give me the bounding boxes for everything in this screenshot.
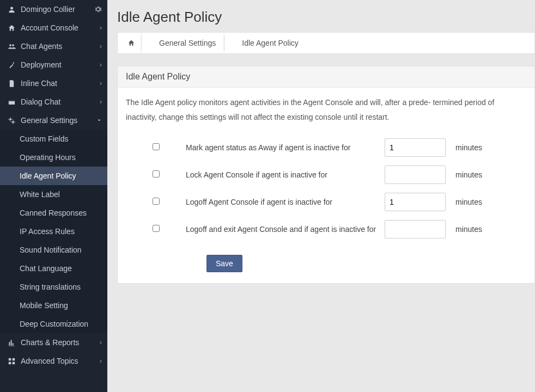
sidebar-item-label: Charts & Reports bbox=[21, 338, 79, 347]
sidebar-item-dialog-chat[interactable]: Dialog Chat › bbox=[0, 93, 107, 111]
label-lock: Lock Agent Console if agent is inactive … bbox=[186, 168, 385, 182]
sidebar-sub-general: Custom Fields Operating Hours Idle Agent… bbox=[0, 130, 107, 333]
sidebar-item-chat-agents[interactable]: Chat Agents › bbox=[0, 37, 107, 56]
svg-point-6 bbox=[12, 121, 14, 123]
sidebar-item-label: General Settings bbox=[21, 116, 77, 125]
row-away: Mark agent status as Away if agent is in… bbox=[126, 134, 526, 161]
gear-icon[interactable] bbox=[94, 5, 102, 13]
svg-rect-7 bbox=[8, 358, 10, 360]
chevron-right-icon: › bbox=[100, 79, 102, 87]
sidebar: Domingo Collier Account Console › Chat A… bbox=[0, 0, 107, 392]
row-logoff-exit: Logoff and exit Agent Console and if age… bbox=[126, 216, 526, 243]
sidebar-item-deployment[interactable]: Deployment › bbox=[0, 56, 107, 74]
sub-ip-access-rules[interactable]: IP Access Rules bbox=[0, 222, 107, 241]
label-away: Mark agent status as Away if agent is in… bbox=[186, 140, 385, 155]
checkbox-logoff[interactable] bbox=[153, 198, 160, 205]
svg-point-0 bbox=[10, 7, 13, 9]
unit-lock: minutes bbox=[449, 168, 482, 182]
sidebar-item-label: Dialog Chat bbox=[21, 97, 60, 106]
row-logoff: Logoff Agent Console if agent is inactiv… bbox=[126, 188, 526, 216]
sub-deep-customization[interactable]: Deep Customization bbox=[0, 315, 107, 333]
sub-chat-language[interactable]: Chat Language bbox=[0, 259, 107, 278]
main-content: Idle Agent Policy General Settings Idle … bbox=[107, 0, 535, 392]
checkbox-lock[interactable] bbox=[153, 170, 160, 177]
chart-icon bbox=[7, 339, 16, 347]
sidebar-item-label: Inline Chat bbox=[21, 79, 57, 88]
sub-mobile-setting[interactable]: Mobile Setting bbox=[0, 296, 107, 315]
label-logoff: Logoff Agent Console if agent is inactiv… bbox=[186, 195, 385, 210]
sidebar-item-inline-chat[interactable]: Inline Chat › bbox=[0, 74, 107, 93]
sidebar-item-charts-reports[interactable]: Charts & Reports › bbox=[0, 333, 107, 352]
panel-description: The Idle Agent policy monitors agent act… bbox=[126, 95, 526, 124]
sub-operating-hours[interactable]: Operating Hours bbox=[0, 148, 107, 167]
grid-icon bbox=[7, 357, 16, 365]
sidebar-item-advanced-topics[interactable]: Advanced Topics › bbox=[0, 352, 107, 370]
sidebar-item-label: Advanced Topics bbox=[21, 357, 78, 365]
chevron-down-icon bbox=[96, 118, 102, 123]
checkbox-logoff-exit[interactable] bbox=[153, 225, 160, 232]
sidebar-item-account-console[interactable]: Account Console › bbox=[0, 19, 107, 37]
sidebar-item-general-settings[interactable]: General Settings bbox=[0, 111, 107, 130]
chevron-right-icon: › bbox=[100, 339, 102, 346]
svg-rect-8 bbox=[12, 358, 14, 360]
unit-away: minutes bbox=[449, 140, 482, 155]
svg-point-2 bbox=[12, 44, 14, 46]
chevron-right-icon: › bbox=[100, 24, 102, 32]
sub-idle-agent-policy[interactable]: Idle Agent Policy bbox=[0, 167, 107, 185]
save-button[interactable]: Save bbox=[206, 255, 242, 272]
sidebar-item-label: Deployment bbox=[21, 60, 62, 69]
chevron-right-icon: › bbox=[100, 42, 102, 50]
input-logoff-minutes[interactable] bbox=[385, 193, 446, 211]
label-logoff-exit: Logoff and exit Agent Console and if age… bbox=[186, 222, 385, 237]
users-icon bbox=[7, 42, 16, 51]
home-icon bbox=[7, 24, 16, 32]
wand-icon bbox=[7, 61, 16, 69]
checkbox-away[interactable] bbox=[153, 143, 160, 150]
panel-idle-agent-policy: Idle Agent Policy The Idle Agent policy … bbox=[117, 66, 535, 284]
breadcrumb-home[interactable] bbox=[122, 39, 141, 47]
unit-logoff: minutes bbox=[449, 195, 482, 210]
sidebar-item-label: Account Console bbox=[21, 23, 78, 32]
sub-string-translations[interactable]: String translations bbox=[0, 278, 107, 296]
sidebar-user-name: Domingo Collier bbox=[21, 5, 75, 14]
sub-sound-notification[interactable]: Sound Notification bbox=[0, 241, 107, 259]
row-lock: Lock Agent Console if agent is inactive … bbox=[126, 161, 526, 188]
svg-rect-4 bbox=[8, 100, 14, 101]
unit-logoff-exit: minutes bbox=[449, 222, 482, 237]
file-icon bbox=[7, 79, 16, 88]
sidebar-item-label: Chat Agents bbox=[21, 42, 62, 51]
sub-canned-responses[interactable]: Canned Responses bbox=[0, 204, 107, 222]
breadcrumb-general-settings[interactable]: General Settings bbox=[151, 39, 223, 47]
svg-rect-9 bbox=[8, 362, 10, 364]
home-icon bbox=[127, 39, 135, 47]
breadcrumb: General Settings Idle Agent Policy bbox=[117, 32, 535, 54]
chevron-right-icon: › bbox=[100, 61, 102, 69]
chevron-right-icon: › bbox=[100, 98, 102, 106]
input-lock-minutes[interactable] bbox=[385, 166, 446, 184]
window-icon bbox=[7, 98, 16, 106]
panel-title: Idle Agent Policy bbox=[118, 66, 534, 88]
sub-white-label[interactable]: White Label bbox=[0, 185, 107, 204]
svg-point-5 bbox=[9, 118, 11, 120]
input-away-minutes[interactable] bbox=[385, 138, 446, 157]
svg-point-1 bbox=[9, 44, 11, 46]
policy-form: Mark agent status as Away if agent is in… bbox=[126, 134, 526, 243]
input-logoff-exit-minutes[interactable] bbox=[385, 220, 446, 238]
breadcrumb-idle-agent-policy: Idle Agent Policy bbox=[234, 39, 306, 47]
chevron-right-icon: › bbox=[100, 357, 102, 365]
user-icon bbox=[7, 5, 16, 14]
svg-rect-10 bbox=[12, 362, 14, 364]
sub-custom-fields[interactable]: Custom Fields bbox=[0, 130, 107, 148]
page-title: Idle Agent Policy bbox=[117, 9, 535, 26]
gears-icon bbox=[7, 117, 16, 125]
sidebar-user[interactable]: Domingo Collier bbox=[0, 0, 107, 19]
